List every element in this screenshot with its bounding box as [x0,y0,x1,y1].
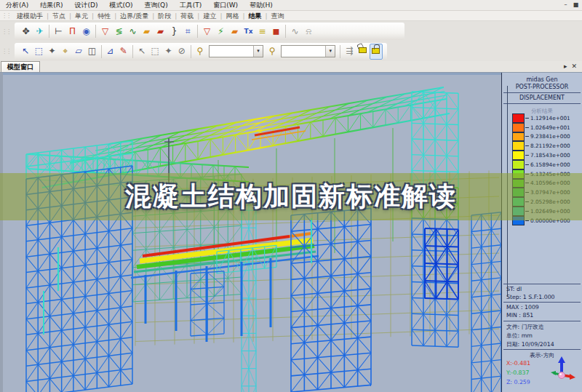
legend-value: 9.23841e+000 [530,133,570,140]
tab-close-icon[interactable]: ✕ [571,62,577,71]
plate-force-icon[interactable]: ▰ [154,25,167,39]
legend-color-swatch [512,179,525,188]
group-select-combo[interactable]: ▾ [281,45,335,57]
document-tab-strip: 模型窗口 ▸ ✕ [0,61,582,73]
legend-color-swatch [512,169,525,179]
active-all-icon[interactable]: ⇶ [343,44,356,58]
select-pen-icon[interactable]: ✎ [117,44,130,58]
chevron-down-icon[interactable]: ▾ [253,46,263,57]
solid-result-icon[interactable]: ◼ [269,25,283,39]
ribbon-tab-1[interactable]: 节点 [49,11,69,21]
legend-entry: 0.00000e+000 [512,216,570,225]
toolbar-separator [191,45,191,58]
ribbon-tab-6[interactable]: 荷载 [177,11,197,21]
select-polygon-icon[interactable]: ✦ [46,44,59,58]
minimize-button[interactable]: – [562,1,570,9]
axial-force-icon[interactable]: ▽ [98,25,112,39]
legend-tick [525,201,529,202]
legend-tick [525,211,529,212]
unselect-single-icon[interactable]: ↖ [135,44,148,58]
ribbon-tab-2[interactable]: 单元 [71,11,92,21]
legend-entry: 3.07947e+000 [512,188,570,197]
beam-stress-icon[interactable]: ▰ [140,25,154,39]
displacement-search-icon[interactable]: ✈ [33,25,47,39]
ribbon-tab-4[interactable]: 边界/质量 [116,11,152,21]
selection-toolbar-panel: ↖⬚✦⌖▱◫⊿✎↖⬚✦⊘⚲▾⚲▾⇶ [15,43,387,60]
slab-result-icon[interactable]: ▰ [228,25,242,39]
select-identity-icon[interactable]: ⚲ [194,44,207,58]
legend-tick [525,136,529,137]
shear-force-icon[interactable]: ≶ [112,25,126,39]
local-direction-icon[interactable]: } [167,25,181,39]
select-plane-icon[interactable]: ▱ [72,44,85,58]
unlock-icon[interactable] [356,44,370,60]
menu-item-q[interactable]: 查询(Q) [139,0,174,11]
deformed-shape-icon[interactable]: ✥ [19,25,33,39]
toolbar-grip: ⋮⋮ [0,48,13,55]
legend-color-swatch [512,123,525,132]
legend-value: 3.07947e+000 [530,189,570,196]
ribbon-tab-0[interactable]: 建模助手 [13,11,47,21]
ribbon-tab-10[interactable]: 查询 [268,11,288,21]
ribbon-tab-9[interactable]: 结果 [244,11,265,21]
unselect-window-icon[interactable]: ⬚ [148,44,162,58]
unselect-all-icon[interactable]: ⊘ [175,44,188,58]
ribbon-tab-7[interactable]: 建立 [199,11,220,21]
menu-item-w[interactable]: 窗口(W) [207,0,244,11]
select-single-icon[interactable]: ↖ [19,44,32,58]
moving-load-icon[interactable]: ⍾ [302,25,316,39]
ribbon-tab-bar: ⋮⋮ 建模助手|节点|单元|特性|边界/质量|阶段|荷载|建立|网格|结果|查询 [0,11,582,21]
influence-line-icon[interactable]: ∿ [288,25,302,39]
beam-detail-icon[interactable]: ◉ [79,25,93,39]
grid-result-icon[interactable]: ⌗ [181,25,195,39]
legend-axis-line [507,86,508,297]
legend-entry: 1.12914e+001 [512,113,570,123]
panel-result-type: DISPLACEMENT [502,95,582,101]
menu-item-a[interactable]: 分析(A) [0,0,34,11]
select-intersect-icon[interactable]: ⌖ [59,44,72,58]
post-processor-panel: midas Gen POST-PROCESSOR DISPLACEMENT 分析… [502,73,582,392]
chevron-down-icon[interactable]: ▾ [325,46,335,57]
legend-value: 1.02649e+000 [530,208,570,215]
legend-value: 5.13245e+000 [530,171,570,177]
select-window-icon[interactable]: ⬚ [32,44,45,58]
select-previous-icon[interactable]: ⚲ [266,44,279,58]
model-viewport[interactable] [0,73,501,392]
unit-label: 单位: mm [506,332,533,340]
named-plane-combo[interactable]: ▾ [209,45,263,57]
direction-x-value: X:-0.481 [506,360,530,367]
moment-diagram-icon[interactable]: ∿ [126,25,140,39]
ribbon-tab-5[interactable]: 阶段 [154,11,175,21]
ribbon-tab-3[interactable]: 特性 [94,11,114,21]
node-result-icon[interactable]: ≡ [255,25,269,39]
tab-scroll-icon[interactable]: ▸ [564,62,567,71]
ribbon-tabs: 建模助手|节点|单元|特性|边界/质量|阶段|荷载|建立|网格|结果|查询 [13,11,288,21]
toolbar-separator [132,45,133,58]
model-window-tab[interactable]: 模型窗口 [1,61,40,72]
legend-entry: 5.13245e+000 [512,169,570,179]
lock-icon[interactable] [370,44,383,60]
menu-item-h[interactable]: 帮助(H) [244,0,279,11]
truss-force-icon[interactable]: Π [65,25,79,39]
menu-item-d[interactable]: 设计(D) [68,0,103,11]
close-button[interactable]: ■ [572,1,580,9]
menu-item-o[interactable]: 模式(O) [103,0,138,11]
legend-entry: 1.02649e+001 [512,123,570,132]
menu-item-r[interactable]: 结果(R) [34,0,68,11]
select-volume-icon[interactable]: ◫ [85,44,98,58]
unselect-polygon-icon[interactable]: ✦ [162,44,175,58]
step-label: Step: 1 S.F:1.000 [506,294,555,300]
plate-stress-icon[interactable]: ▽ [200,25,214,39]
window-controls: –■ [562,1,582,9]
text-result-icon[interactable]: Tx [242,25,255,39]
legend-color-swatch [512,132,525,142]
menu-item-t[interactable]: 工具(T) [174,0,208,11]
strain-icon[interactable]: ⚡ [214,25,228,39]
application-window: 分析(A)结果(R)设计(D)模式(O)查询(Q)工具(T)窗口(W)帮助(H)… [0,0,582,392]
rule [503,349,581,350]
select-group-icon[interactable]: ⊿ [103,44,116,58]
ribbon-tab-8[interactable]: 网格 [222,11,242,21]
combo-value [210,46,253,57]
legend-tick [525,145,529,146]
reaction-icon[interactable]: ⊢ [52,25,65,39]
